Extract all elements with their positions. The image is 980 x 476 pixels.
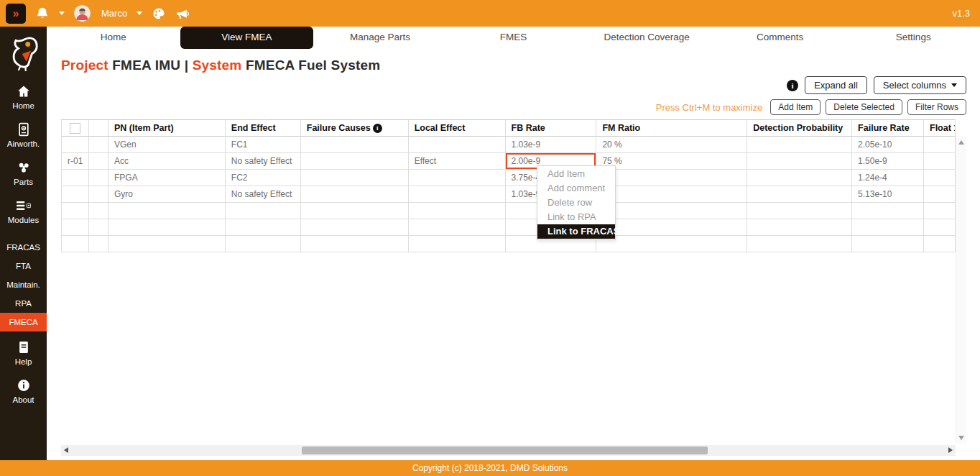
cell-fm-ratio[interactable] bbox=[596, 203, 747, 219]
cell-spacer[interactable] bbox=[89, 186, 108, 203]
header-fb-rate[interactable]: FB Rate bbox=[506, 120, 597, 137]
cell-fb-rate[interactable]: 1.03e-9 bbox=[506, 137, 597, 153]
context-menu-item[interactable]: Add comment bbox=[537, 181, 615, 196]
horizontal-scrollbar[interactable] bbox=[61, 445, 956, 456]
cell-failure-causes[interactable] bbox=[301, 203, 409, 219]
header-end-effect[interactable]: End Effect bbox=[226, 120, 301, 137]
cell-float1[interactable] bbox=[924, 236, 956, 252]
cell-end-effect[interactable] bbox=[226, 203, 301, 219]
cell-local-effect[interactable] bbox=[409, 219, 506, 236]
sidebar-item-fmeca[interactable]: FMECA bbox=[0, 313, 47, 331]
cell-float1[interactable] bbox=[924, 153, 956, 170]
cell-detection-probability[interactable] bbox=[747, 153, 852, 170]
cell-detection-probability[interactable] bbox=[747, 186, 852, 203]
cell-group[interactable] bbox=[62, 219, 89, 236]
header-float1[interactable]: Float 1 bbox=[924, 120, 956, 137]
cell-local-effect[interactable] bbox=[409, 236, 506, 252]
cell-group[interactable] bbox=[62, 170, 89, 186]
cell-end-effect[interactable]: FC2 bbox=[226, 170, 301, 186]
cell-pn[interactable] bbox=[108, 236, 226, 252]
add-item-button[interactable]: Add Item bbox=[770, 99, 820, 115]
cell-failure-rate[interactable]: 2.05e-10 bbox=[852, 137, 924, 153]
cell-end-effect[interactable]: No safety Effect bbox=[226, 186, 301, 203]
notifications-bell-icon[interactable] bbox=[35, 6, 50, 21]
cell-pn[interactable]: Acc bbox=[108, 153, 226, 170]
cell-local-effect[interactable] bbox=[409, 137, 506, 153]
cell-failure-rate[interactable] bbox=[852, 219, 924, 236]
header-failure-causes[interactable]: Failure Causes bbox=[301, 120, 409, 137]
cell-pn[interactable]: Gyro bbox=[108, 186, 226, 203]
nav-tab[interactable]: Detection Coverage bbox=[580, 27, 713, 49]
nav-tab[interactable]: Settings bbox=[846, 27, 980, 49]
cell-detection-probability[interactable] bbox=[747, 170, 852, 186]
cell-float1[interactable] bbox=[924, 170, 956, 186]
cell-fm-ratio[interactable]: 75 % bbox=[596, 153, 747, 170]
context-menu-item[interactable]: Delete row bbox=[537, 196, 615, 210]
cell-group[interactable] bbox=[62, 236, 89, 252]
cell-failure-rate[interactable] bbox=[852, 203, 924, 219]
delete-selected-button[interactable]: Delete Selected bbox=[826, 99, 902, 115]
cell-end-effect[interactable]: FC1 bbox=[226, 137, 301, 153]
cell-pn[interactable] bbox=[108, 219, 226, 236]
context-menu-item[interactable]: Link to FRACAS bbox=[537, 224, 615, 239]
cell-float1[interactable] bbox=[924, 186, 956, 203]
avatar[interactable] bbox=[74, 5, 91, 22]
context-menu-item[interactable]: Link to RPA bbox=[537, 210, 615, 224]
notifications-caret-icon[interactable] bbox=[59, 12, 65, 15]
scroll-down-icon[interactable] bbox=[958, 436, 964, 440]
cell-detection-probability[interactable] bbox=[747, 137, 852, 153]
scroll-right-icon[interactable] bbox=[948, 447, 953, 453]
cell-end-effect[interactable]: No safety Effect bbox=[226, 153, 301, 170]
cell-pn[interactable]: VGen bbox=[108, 137, 226, 153]
nav-tab[interactable]: FMES bbox=[447, 27, 581, 49]
cell-failure-causes[interactable] bbox=[301, 186, 409, 203]
cell-fm-ratio[interactable]: 20 % bbox=[596, 137, 747, 153]
select-all-checkbox[interactable] bbox=[70, 123, 80, 134]
sidebar-item-fta[interactable]: FTA bbox=[0, 257, 47, 275]
scroll-left-icon[interactable] bbox=[64, 447, 68, 453]
cell-detection-probability[interactable] bbox=[747, 219, 852, 236]
cell-spacer[interactable] bbox=[89, 219, 108, 236]
sidebar-item-about[interactable]: About bbox=[0, 374, 47, 408]
header-pn[interactable]: PN (Item Part) bbox=[108, 120, 226, 137]
header-failure-rate[interactable]: Failure Rate bbox=[852, 120, 924, 137]
cell-float1[interactable] bbox=[924, 219, 956, 236]
cell-failure-causes[interactable] bbox=[301, 153, 409, 170]
cell-failure-causes[interactable] bbox=[301, 137, 409, 153]
sidebar-item-fracas[interactable]: FRACAS bbox=[0, 238, 47, 257]
nav-tab[interactable]: Comments bbox=[713, 27, 847, 49]
info-icon[interactable] bbox=[373, 124, 382, 133]
cell-failure-causes[interactable] bbox=[301, 170, 409, 186]
announcements-megaphone-icon[interactable] bbox=[175, 6, 190, 21]
cell-failure-causes[interactable] bbox=[301, 236, 409, 252]
cell-failure-causes[interactable] bbox=[301, 219, 409, 236]
cell-failure-rate[interactable]: 1.50e-9 bbox=[852, 153, 924, 170]
cell-spacer[interactable] bbox=[89, 203, 108, 219]
cell-fm-ratio[interactable]: % bbox=[596, 170, 747, 186]
cell-fm-ratio[interactable]: % bbox=[596, 186, 747, 203]
cell-local-effect[interactable]: Effect bbox=[409, 153, 506, 170]
cell-spacer[interactable] bbox=[89, 170, 108, 186]
cell-spacer[interactable] bbox=[89, 137, 108, 153]
sidebar-item-home[interactable]: Home bbox=[0, 80, 47, 114]
cell-float1[interactable] bbox=[924, 203, 956, 219]
select-columns-button[interactable]: Select columns bbox=[874, 76, 966, 94]
vertical-scrollbar[interactable] bbox=[956, 137, 966, 444]
cell-group[interactable] bbox=[62, 203, 89, 219]
sidebar-expand-button[interactable] bbox=[6, 4, 26, 24]
cell-failure-rate[interactable] bbox=[852, 236, 924, 252]
cell-detection-probability[interactable] bbox=[747, 236, 852, 252]
cell-group[interactable] bbox=[62, 137, 89, 153]
cell-failure-rate[interactable]: 1.24e-4 bbox=[852, 170, 924, 186]
cell-local-effect[interactable] bbox=[409, 186, 506, 203]
theme-palette-icon[interactable] bbox=[152, 6, 166, 21]
cell-spacer[interactable] bbox=[89, 236, 108, 252]
expand-all-button[interactable]: Expand all bbox=[805, 76, 867, 94]
cell-detection-probability[interactable] bbox=[747, 203, 852, 219]
sidebar-item-airworthiness[interactable]: Airworth. bbox=[0, 118, 47, 152]
cell-pn[interactable] bbox=[108, 203, 226, 219]
filter-rows-button[interactable]: Filter Rows bbox=[907, 99, 966, 115]
sidebar-item-modules[interactable]: Modules bbox=[0, 194, 47, 228]
sidebar-item-rpa[interactable]: RPA bbox=[0, 294, 47, 313]
sidebar-item-parts[interactable]: Parts bbox=[0, 156, 47, 190]
